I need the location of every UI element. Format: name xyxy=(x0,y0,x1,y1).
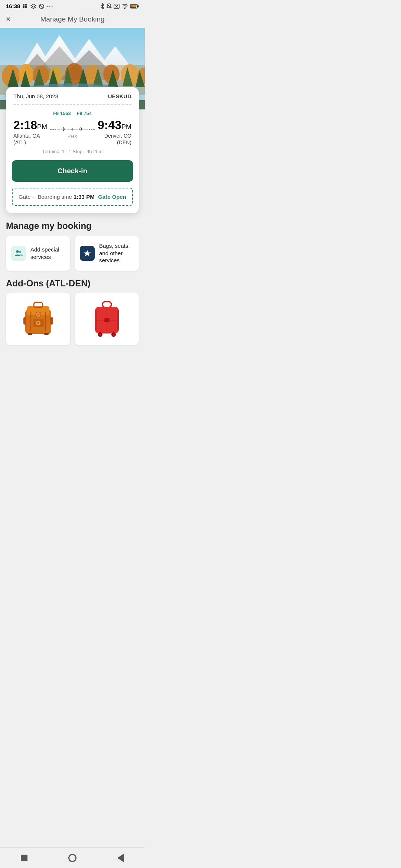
svg-point-11 xyxy=(124,8,125,9)
layers-icon xyxy=(30,3,36,9)
arrive-city: Denver, CO(DEN) xyxy=(98,132,131,146)
booking-reference: UESKUD xyxy=(108,93,131,99)
bags-seats-label: Bags, seats, and other services xyxy=(99,242,134,264)
status-time: 16:38 xyxy=(6,3,20,9)
manage-section-title: Manage my booking xyxy=(0,213,145,236)
depart-block: 2:18PM Atlanta, GA(ATL) xyxy=(13,119,47,146)
gate-info: Gate - Boarding time 1:33 PM Gate Open xyxy=(12,188,133,206)
booking-card: Thu, Jun 08, 2023 UESKUD F9 1563 F9 754 … xyxy=(6,87,139,213)
svg-rect-70 xyxy=(104,318,110,322)
star-svg xyxy=(83,249,91,257)
special-services-label: Add special services xyxy=(30,246,65,260)
svg-line-6 xyxy=(40,4,43,8)
svg-text:20: 20 xyxy=(131,6,134,8)
svg-rect-59 xyxy=(44,333,49,335)
dot-3 xyxy=(55,129,56,130)
x-box-icon xyxy=(114,4,120,9)
dot-4 xyxy=(89,129,90,130)
large-luggage-svg xyxy=(20,299,57,339)
addons-grid xyxy=(6,293,139,345)
checked-bag-card[interactable] xyxy=(6,293,70,345)
svg-rect-57 xyxy=(50,317,53,325)
line-3 xyxy=(74,129,78,129)
arrive-time: 9:43PM xyxy=(98,119,131,131)
svg-rect-76 xyxy=(117,310,119,330)
line-1 xyxy=(57,129,61,129)
circle-slash-icon xyxy=(39,3,45,9)
status-bar: 16:38 ··· xyxy=(0,0,145,11)
mute-icon xyxy=(107,3,112,9)
addons-title: Add-Ons (ATL-DEN) xyxy=(6,278,139,289)
dot-1 xyxy=(50,129,52,130)
arrive-block: 9:43PM Denver, CO(DEN) xyxy=(98,119,131,146)
svg-marker-49 xyxy=(84,250,91,256)
plane-icon-2: ✈ xyxy=(79,126,84,133)
svg-rect-66 xyxy=(102,302,111,308)
dot-6 xyxy=(93,129,95,130)
flight-numbers: F9 1563 F9 754 xyxy=(13,111,131,116)
addons-section: Add-Ons (ATL-DEN) xyxy=(0,278,145,382)
small-luggage-svg xyxy=(92,299,122,339)
flight-details: Terminal 1 · 1 Stop · 9h 25m xyxy=(13,149,131,154)
flight-number-2: F9 754 xyxy=(77,111,92,116)
close-button[interactable]: × xyxy=(6,15,11,23)
status-right: 20 xyxy=(100,3,139,9)
app-header: × Manage My Booking xyxy=(0,11,145,28)
special-services-icon xyxy=(11,246,26,261)
svg-rect-2 xyxy=(23,6,25,8)
depart-time: 2:18PM xyxy=(13,119,47,131)
more-icon: ··· xyxy=(47,3,53,9)
boarding-info: Boarding time 1:33 PM xyxy=(38,194,94,200)
special-services-card[interactable]: Add special services xyxy=(6,236,70,271)
svg-point-74 xyxy=(113,333,115,336)
svg-rect-3 xyxy=(25,6,27,8)
bluetooth-icon xyxy=(100,3,105,9)
svg-rect-0 xyxy=(23,4,25,6)
stop-dot xyxy=(71,128,74,131)
bags-seats-icon xyxy=(80,246,95,261)
dot-5 xyxy=(91,129,92,130)
line-4 xyxy=(84,129,88,129)
stop-city: PHX xyxy=(68,134,78,139)
svg-marker-4 xyxy=(31,4,36,7)
grid-icon xyxy=(22,3,28,9)
bags-seats-card[interactable]: Bags, seats, and other services xyxy=(75,236,139,271)
flight-info: F9 1563 F9 754 2:18PM Atlanta, GA(ATL) ✈ xyxy=(6,105,139,160)
flight-row: 2:18PM Atlanta, GA(ATL) ✈ ✈ xyxy=(13,119,131,146)
checkin-button[interactable]: Check-in xyxy=(12,160,133,182)
status-left: 16:38 ··· xyxy=(6,3,53,9)
people-svg xyxy=(14,249,23,257)
page-title: Manage My Booking xyxy=(40,15,104,23)
booking-date: Thu, Jun 08, 2023 xyxy=(13,93,58,99)
gate-label: Gate - xyxy=(19,194,34,200)
svg-rect-14 xyxy=(137,6,138,7)
svg-point-55 xyxy=(37,322,39,324)
carry-on-card[interactable] xyxy=(75,293,139,345)
card-divider xyxy=(13,104,131,105)
wifi-icon xyxy=(121,4,128,9)
manage-grid: Add special services Bags, seats, and ot… xyxy=(0,236,145,278)
svg-point-48 xyxy=(19,251,21,253)
svg-rect-1 xyxy=(25,4,27,6)
line-2 xyxy=(67,129,71,129)
svg-point-47 xyxy=(16,250,19,253)
card-top: Thu, Jun 08, 2023 UESKUD xyxy=(6,87,139,104)
flight-number-1: F9 1563 xyxy=(53,111,71,116)
plane-icon: ✈ xyxy=(61,126,66,133)
battery-icon: 20 xyxy=(130,4,139,9)
svg-rect-58 xyxy=(28,333,32,335)
dot-2 xyxy=(52,129,54,130)
flight-path: ✈ ✈ xyxy=(50,126,95,133)
flight-middle: ✈ ✈ PHX xyxy=(47,126,98,139)
depart-city: Atlanta, GA(ATL) xyxy=(13,132,47,146)
gate-status: Gate Open xyxy=(98,194,126,200)
svg-rect-56 xyxy=(23,317,26,325)
svg-rect-75 xyxy=(95,310,97,330)
svg-point-73 xyxy=(99,333,101,336)
